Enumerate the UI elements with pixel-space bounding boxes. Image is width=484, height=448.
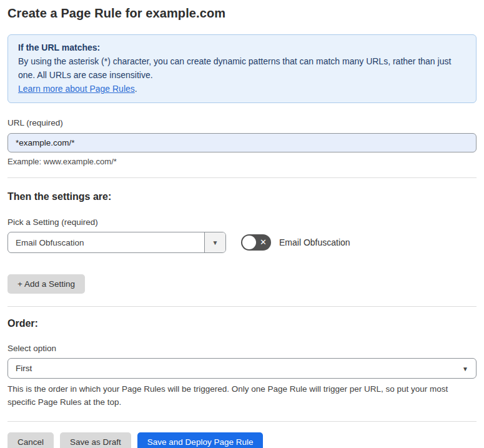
pick-setting-label: Pick a Setting (required) (7, 217, 477, 227)
toggle-knob (242, 236, 256, 249)
email-obfuscation-toggle[interactable]: ✕ (241, 234, 271, 251)
create-page-rule-form: Create a Page Rule for example.com If th… (0, 6, 484, 448)
info-box-body: By using the asterisk (*) character, you… (18, 54, 466, 82)
divider (7, 177, 477, 178)
setting-select[interactable]: Email Obfuscation ▼ (7, 232, 226, 253)
url-field-label: URL (required) (7, 118, 477, 127)
footer-actions: Cancel Save as Draft Save and Deploy Pag… (7, 432, 477, 448)
toggle-label: Email Obfuscation (279, 237, 350, 247)
x-icon: ✕ (260, 238, 267, 246)
order-section-heading: Order: (7, 318, 477, 329)
cancel-button[interactable]: Cancel (7, 432, 54, 448)
info-box-link-line: Learn more about Page Rules. (18, 82, 466, 96)
info-box-heading: If the URL matches: (18, 41, 466, 54)
email-obfuscation-toggle-group: ✕ Email Obfuscation (241, 234, 350, 251)
save-draft-button[interactable]: Save as Draft (60, 432, 131, 448)
link-period: . (135, 84, 137, 94)
divider (7, 421, 477, 422)
order-select-value: First (16, 364, 32, 373)
settings-section-heading: Then the settings are: (7, 191, 477, 202)
divider (7, 306, 477, 307)
setting-select-value: Email Obfuscation (8, 232, 204, 252)
url-example-helper: Example: www.example.com/* (7, 157, 477, 166)
order-helper-text: This is the order in which your Page Rul… (7, 382, 477, 409)
url-matches-info-box: If the URL matches: By using the asteris… (7, 34, 477, 103)
order-select[interactable]: First ▼ (7, 358, 477, 379)
chevron-down-icon[interactable]: ▼ (204, 232, 225, 252)
setting-row: Email Obfuscation ▼ ✕ Email Obfuscation (7, 232, 477, 253)
url-input[interactable] (7, 133, 477, 152)
save-deploy-button[interactable]: Save and Deploy Page Rule (137, 432, 264, 448)
chevron-down-icon: ▼ (462, 365, 468, 372)
page-title: Create a Page Rule for example.com (7, 6, 477, 21)
learn-more-link[interactable]: Learn more about Page Rules (18, 84, 135, 94)
add-setting-button[interactable]: + Add a Setting (7, 274, 85, 294)
order-select-label: Select option (7, 344, 477, 353)
